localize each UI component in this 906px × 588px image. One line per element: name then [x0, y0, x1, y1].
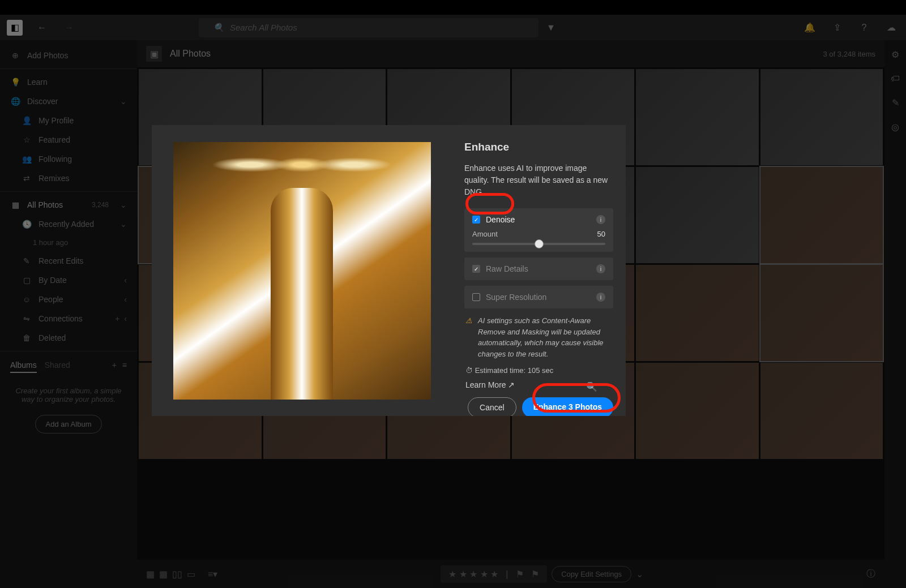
denoise-label: Denoise [486, 215, 515, 224]
info-icon[interactable]: i [596, 215, 605, 224]
enhance-dialog: 🔍 Enhance Enhance uses AI to improve ima… [152, 125, 626, 416]
amount-value: 50 [597, 230, 605, 238]
amount-slider[interactable] [472, 243, 605, 245]
super-resolution-label: Super Resolution [486, 293, 546, 302]
zoom-icon[interactable]: 🔍 [586, 381, 597, 392]
enhance-panel: Enhance Enhance uses AI to improve image… [452, 125, 626, 416]
raw-details-option: ✓ Raw Details i [464, 257, 613, 280]
raw-details-checkbox: ✓ [472, 265, 480, 273]
enhance-button[interactable]: Enhance 3 Photos [522, 397, 613, 416]
info-icon[interactable]: i [596, 293, 605, 302]
estimated-time: ⏱ Estimated time: 105 sec [465, 366, 612, 375]
preview-image[interactable] [173, 142, 431, 400]
super-resolution-option: Super Resolution i [464, 286, 613, 308]
enhance-preview: 🔍 [152, 125, 452, 416]
raw-details-label: Raw Details [486, 264, 528, 273]
warning-text: ⚠ AI settings such as Content-Aware Remo… [465, 315, 612, 359]
info-icon[interactable]: i [596, 264, 605, 273]
amount-label: Amount [472, 230, 498, 238]
super-resolution-checkbox[interactable] [472, 293, 480, 301]
cancel-button[interactable]: Cancel [468, 397, 516, 416]
denoise-option: ✓ Denoise i Amount 50 [464, 208, 613, 252]
slider-thumb[interactable] [535, 239, 544, 248]
denoise-checkbox[interactable]: ✓ [472, 216, 480, 224]
dialog-title: Enhance [464, 141, 613, 153]
warning-icon: ⚠ [465, 315, 472, 359]
dialog-description: Enhance uses AI to improve image quality… [464, 162, 613, 198]
